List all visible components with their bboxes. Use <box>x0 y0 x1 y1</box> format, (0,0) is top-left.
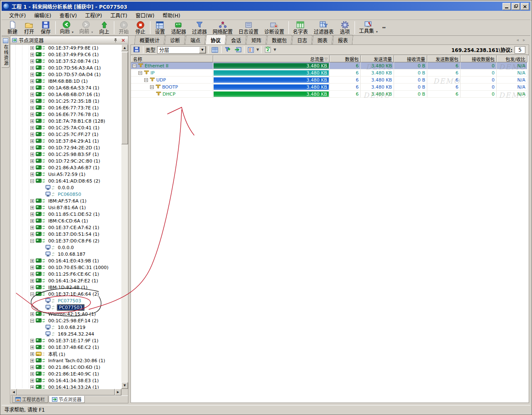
panel-tab-节点浏览器[interactable]: 节点浏览器 <box>49 396 85 403</box>
tree-row[interactable]: +00:21:86:1C:0D:6D (1) <box>10 364 121 371</box>
expand-plus-icon[interactable]: + <box>30 93 34 96</box>
tree-row[interactable]: +00:1E:37:48:6E:C2 (1) <box>10 344 121 351</box>
tree-row[interactable]: +00:1E:37:1E:17:9F (1) <box>10 337 121 344</box>
chevron-down-icon[interactable]: ▾ <box>376 30 378 34</box>
expand-plus-icon[interactable]: + <box>30 86 34 90</box>
column-header-数据包[interactable]: 数据包 <box>330 55 361 62</box>
toolbar-button-适配器[interactable]: 适配器 <box>168 20 189 35</box>
tree-row[interactable]: +本机 (1) <box>10 351 121 357</box>
tree-row[interactable]: +00:1C:25:7A:C0:41 (1) <box>10 124 121 131</box>
expand-plus-icon[interactable]: + <box>30 146 34 150</box>
expand-plus-icon[interactable]: + <box>30 166 34 170</box>
refresh-icon[interactable]: 2 <box>264 46 272 54</box>
collapse-minus-icon[interactable]: − <box>30 292 34 296</box>
scroll-down-arrow-icon[interactable]: ▼ <box>121 382 128 389</box>
toolbar-button-停止[interactable]: 停止 <box>132 20 149 35</box>
tree-row[interactable]: +IBM:AF:57:6A (1) <box>10 198 121 204</box>
scroll-thumb[interactable] <box>121 52 128 144</box>
menu-item-4[interactable]: 工程(P) <box>81 11 106 20</box>
expand-plus-icon[interactable]: + <box>30 59 34 63</box>
view-tab-图表[interactable]: 图表 <box>312 35 333 44</box>
scroll-thumb[interactable] <box>17 389 115 395</box>
collapse-minus-icon[interactable]: − <box>150 85 154 89</box>
toolbar-button-向前[interactable]: 向前 ▾ <box>76 20 96 35</box>
tree-vertical-scrollbar[interactable]: ▲ ▼ <box>121 44 128 389</box>
tree-row[interactable]: +00:16:41:34:38:E3 (1) <box>10 377 121 384</box>
toolbar-button-日志设置[interactable]: 日志设置 <box>236 20 261 35</box>
protocol-row-UDP[interactable]: −UDP3.480 KB63.480 KB0 B60N/A <box>131 77 529 84</box>
column-header-发送数据包[interactable]: 发送数据包 <box>427 55 461 62</box>
tree-row[interactable]: +Wistron:42:15:A0 (1) <box>10 311 121 317</box>
expand-plus-icon[interactable]: + <box>30 206 34 210</box>
expand-plus-icon[interactable]: + <box>30 212 34 216</box>
menu-item-7[interactable]: 帮助(H) <box>158 11 184 20</box>
view-tab-日志[interactable]: 日志 <box>292 35 313 44</box>
tree-row[interactable]: +00:16:41:34:2F:E2 (1) <box>10 277 121 284</box>
expand-plus-icon[interactable]: + <box>30 379 34 383</box>
expand-plus-icon[interactable]: + <box>30 119 34 123</box>
tree-row[interactable]: +00:1D:72:94:2E:2D (1) <box>10 144 121 151</box>
view-tab-报表[interactable]: 报表 <box>332 35 353 44</box>
expand-plus-icon[interactable]: + <box>30 73 34 77</box>
panel-tab-工程状态栏[interactable]: 工程状态栏 <box>12 396 48 403</box>
toolbar-button-选项[interactable]: 选项 <box>337 20 353 35</box>
menu-item-6[interactable]: 窗口(W) <box>131 11 158 20</box>
expand-plus-icon[interactable]: + <box>30 279 34 283</box>
tree-row[interactable]: +00:1C:25:7C:FF:27 (1) <box>10 131 121 138</box>
view-tab-协议[interactable]: 协议 <box>205 35 227 44</box>
column-header-接收流量[interactable]: 接收流量 <box>394 55 427 62</box>
expand-plus-icon[interactable]: + <box>30 106 34 110</box>
tree-row[interactable]: +00:21:86:A3:A6:B7 (1) <box>10 164 121 171</box>
view-tab-端点[interactable]: 端点 <box>185 35 206 44</box>
tree-row[interactable]: +00:1E:37:CE:A7:62 (1) <box>10 224 121 231</box>
toolbar-button-向上[interactable]: 向上 <box>96 20 113 35</box>
tree-row[interactable]: +00:16:E6:77:76:78 (1) <box>10 111 121 118</box>
minimize-button[interactable] <box>502 3 511 10</box>
pin-icon[interactable] <box>112 37 118 43</box>
protocol-row-BOOTP[interactable]: −BOOTP3.480 KB63.480 KB0 B60N/A <box>131 84 529 91</box>
tree-row[interactable]: 10.0.68.219 <box>10 324 121 331</box>
toolbar-button-过滤器[interactable]: 过滤器 <box>189 20 210 35</box>
toolbar-button-过滤器表[interactable]: 过滤器表 <box>311 20 337 35</box>
tree-row[interactable]: +00:1E:37:84:29:A1 (1) <box>10 138 121 144</box>
view-tab-概要统计[interactable]: 概要统计 <box>134 35 165 44</box>
tree-row[interactable]: PC077503 <box>10 304 121 311</box>
menu-item-3[interactable]: 查看(V) <box>55 11 81 20</box>
protocol-row-DHCP[interactable]: DHCP3.480 KB63.480 KB0 B60N/A <box>131 91 529 98</box>
tab-scroll-arrows-icon[interactable]: ◃ ▹ <box>517 38 527 42</box>
tree-row[interactable]: +00:1D:7D:56:A3:AA (1) <box>10 64 121 71</box>
close-button[interactable]: × <box>521 3 529 10</box>
close-panel-icon[interactable]: × <box>120 37 126 43</box>
toolbar-button-向后[interactable]: 向后 ▾ <box>57 20 76 35</box>
tree-row[interactable]: +00:1A:6B:6B:D7:16 (1) <box>10 91 121 98</box>
tree-row[interactable]: PC077503 <box>10 297 121 304</box>
menu-item-1[interactable]: 文件(F) <box>5 11 30 20</box>
column-header-包发/收比[interactable]: 包发/收比 <box>497 55 527 62</box>
expand-plus-icon[interactable]: + <box>30 79 34 83</box>
restore-button[interactable] <box>512 3 520 10</box>
view-tab-数据包[interactable]: 数据包 <box>266 35 292 44</box>
tree-row[interactable]: 0.0.0.0 <box>10 184 121 191</box>
toolbar-button-保存[interactable]: 保存 <box>37 20 54 35</box>
make-filter-icon[interactable] <box>224 46 232 54</box>
tree-row[interactable]: −00:16:41:AD:D8:65 (2) <box>10 178 121 184</box>
tree-row[interactable]: +Usi:A5:72:59 (1) <box>10 171 121 178</box>
tree-row[interactable]: +00:1D:72:9C:2C:B0 (1) <box>10 158 121 164</box>
tree-row[interactable]: +00:1C:25:98:B3:5F (1) <box>10 151 121 158</box>
toolbar-button-工具集[interactable]: 工具集 ▾ <box>356 20 381 35</box>
expand-plus-icon[interactable]: + <box>30 46 34 50</box>
collapse-minus-icon[interactable]: − <box>30 179 34 183</box>
toolbar-button-诊断设置[interactable]: 诊断设置 <box>261 20 287 35</box>
tree-row[interactable]: 10.0.68.187 <box>10 251 121 257</box>
expand-plus-icon[interactable]: + <box>30 339 34 343</box>
expand-plus-icon[interactable]: + <box>30 286 34 289</box>
export-to-packet-icon[interactable] <box>234 46 242 54</box>
scroll-up-arrow-icon[interactable]: ▲ <box>121 44 128 51</box>
expand-plus-icon[interactable]: + <box>30 99 34 103</box>
expand-plus-icon[interactable]: + <box>30 113 34 116</box>
column-header-发送流量[interactable]: 发送流量 <box>361 55 394 62</box>
toolbar-button-网络配置[interactable]: 网络配置 <box>210 20 236 35</box>
tree-row[interactable]: −00:1E:37:D0:C8:F6 (2) <box>10 237 121 244</box>
tree-row[interactable]: +00:16:41:E0:43:9B (1) <box>10 257 121 264</box>
expand-plus-icon[interactable]: + <box>30 126 34 130</box>
